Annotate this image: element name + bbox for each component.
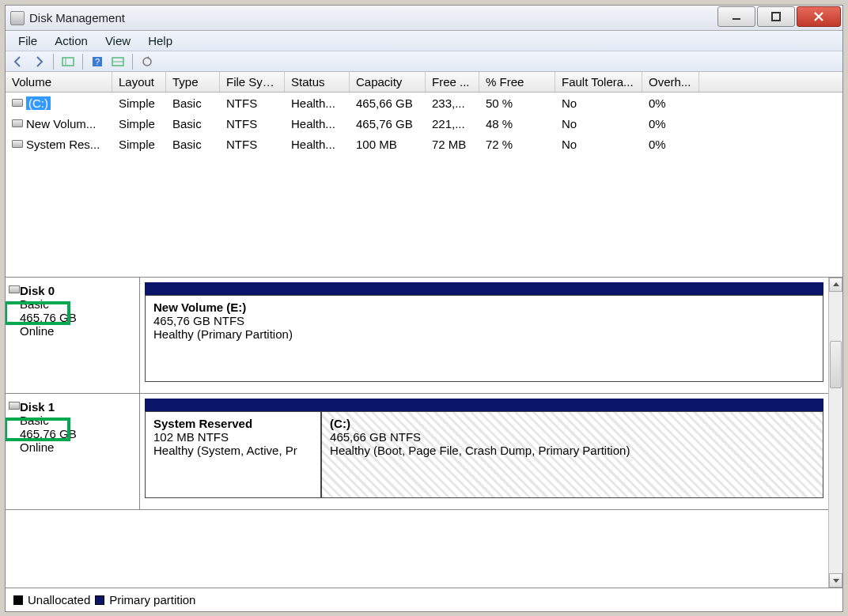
col-overhead[interactable]: Overh... <box>642 72 699 92</box>
col-layout[interactable]: Layout <box>112 72 166 92</box>
col-volume[interactable]: Volume <box>6 72 112 92</box>
cell-filesystem: NTFS <box>220 96 285 110</box>
cell-volume: System Res... <box>26 138 100 151</box>
disk-state: Online <box>20 440 131 454</box>
col-status[interactable]: Status <box>285 72 350 92</box>
scroll-thumb[interactable] <box>830 341 842 388</box>
title-bar: Disk Management <box>6 6 842 31</box>
refresh-icon[interactable] <box>139 54 155 70</box>
volume-table: Volume Layout Type File Sys... Status Ca… <box>6 72 842 278</box>
separator <box>53 54 54 70</box>
cell-filesystem: NTFS <box>220 138 285 151</box>
scroll-down-icon[interactable] <box>829 573 842 588</box>
cell-type: Basic <box>166 96 220 110</box>
partition-status: Healthy (Primary Partition) <box>153 327 815 341</box>
table-row[interactable]: System Res...SimpleBasicNTFSHealth...100… <box>6 134 842 154</box>
scrollbar[interactable] <box>828 278 842 588</box>
cell-overhead: 0% <box>642 96 699 110</box>
disk-icon <box>9 285 20 293</box>
disk-size: 465,76 GB <box>20 311 131 324</box>
cell-capacity: 100 MB <box>350 138 426 151</box>
cell-free: 233,... <box>426 96 479 110</box>
menu-bar: File Action View Help <box>6 31 842 51</box>
cell-overhead: 0% <box>642 117 699 130</box>
app-icon <box>10 11 25 25</box>
menu-help[interactable]: Help <box>140 32 180 49</box>
legend: Unallocated Primary partition <box>6 588 842 611</box>
col-type[interactable]: Type <box>166 72 220 92</box>
cell-free: 221,... <box>426 117 479 130</box>
partition-stripe <box>321 399 823 411</box>
settings-icon[interactable] <box>110 54 126 70</box>
partition-status: Healthy (Boot, Page File, Crash Dump, Pr… <box>330 444 815 457</box>
table-body: (C:)SimpleBasicNTFSHealth...465,66 GB233… <box>6 93 842 154</box>
svg-rect-4 <box>62 58 74 66</box>
legend-primary: Primary partition <box>109 593 195 607</box>
minimize-button[interactable] <box>717 6 755 27</box>
partition-size: 465,76 GB NTFS <box>153 314 815 327</box>
partition-title: System Reserved <box>153 417 312 430</box>
disk-name: Disk 0 <box>20 284 131 297</box>
help-icon[interactable]: ? <box>89 54 105 70</box>
partition-title: New Volume (E:) <box>153 300 815 314</box>
cell-percent-free: 48 % <box>479 117 555 130</box>
cell-layout: Simple <box>112 138 166 151</box>
cell-status: Health... <box>285 96 350 110</box>
partition-size: 465,66 GB NTFS <box>330 430 815 444</box>
disk-entry: Disk 0Basic465,76 GBOnlineNew Volume (E:… <box>6 278 828 394</box>
col-filesystem[interactable]: File Sys... <box>220 72 285 92</box>
disk-state: Online <box>20 324 131 338</box>
cell-fault: No <box>555 138 642 151</box>
table-row[interactable]: (C:)SimpleBasicNTFSHealth...465,66 GB233… <box>6 93 842 113</box>
col-free[interactable]: Free ... <box>426 72 479 92</box>
col-percent-free[interactable]: % Free <box>479 72 555 92</box>
partition-area: New Volume (E:)465,76 GB NTFSHealthy (Pr… <box>140 278 828 393</box>
col-fault-tolerance[interactable]: Fault Tolera... <box>555 72 642 92</box>
svg-rect-1 <box>772 13 780 21</box>
partition-box[interactable]: New Volume (E:)465,76 GB NTFSHealthy (Pr… <box>145 295 823 382</box>
cell-filesystem: NTFS <box>220 117 285 130</box>
partition-title: (C:) <box>330 417 815 430</box>
legend-unallocated: Unallocated <box>28 593 90 607</box>
svg-point-10 <box>143 58 151 66</box>
cell-free: 72 MB <box>426 138 479 151</box>
menu-file[interactable]: File <box>10 32 45 49</box>
disk-icon <box>9 402 20 410</box>
forward-icon[interactable] <box>31 54 47 70</box>
partition-box[interactable]: System Reserved102 MB NTFSHealthy (Syste… <box>145 411 321 498</box>
drive-icon <box>12 119 23 127</box>
disk-kind: Basic <box>20 414 131 427</box>
menu-view[interactable]: View <box>97 32 138 49</box>
close-button[interactable] <box>797 6 841 27</box>
disk-label[interactable]: Disk 1Basic465,76 GBOnline <box>6 394 140 509</box>
partition-size: 102 MB NTFS <box>153 430 312 444</box>
disk-entry: Disk 1Basic465,76 GBOnlineSystem Reserve… <box>6 394 828 510</box>
disk-label[interactable]: Disk 0Basic465,76 GBOnline <box>6 278 140 393</box>
app-window: Disk Management File Action View Help ? … <box>5 5 843 612</box>
scroll-up-icon[interactable] <box>829 278 842 292</box>
partition-area: System Reserved102 MB NTFSHealthy (Syste… <box>140 394 828 509</box>
cell-layout: Simple <box>112 96 166 110</box>
table-row[interactable]: New Volum...SimpleBasicNTFSHealth...465,… <box>6 113 842 134</box>
toolbar: ? <box>6 51 842 72</box>
col-capacity[interactable]: Capacity <box>350 72 426 92</box>
svg-text:?: ? <box>95 57 100 66</box>
separator <box>132 54 133 70</box>
cell-status: Health... <box>285 138 350 151</box>
cell-percent-free: 50 % <box>479 96 555 110</box>
cell-volume: (C:) <box>26 96 51 110</box>
cell-capacity: 465,76 GB <box>350 117 426 130</box>
cell-volume: New Volum... <box>26 117 96 130</box>
disk-list: Disk 0Basic465,76 GBOnlineNew Volume (E:… <box>6 278 828 588</box>
show-hide-icon[interactable] <box>60 54 76 70</box>
partition-status: Healthy (System, Active, Pr <box>153 444 312 457</box>
partition-box[interactable]: (C:)465,66 GB NTFSHealthy (Boot, Page Fi… <box>321 411 823 498</box>
disk-size: 465,76 GB <box>20 427 131 440</box>
cell-status: Health... <box>285 117 350 130</box>
cell-fault: No <box>555 117 642 130</box>
maximize-button[interactable] <box>757 6 795 27</box>
back-icon[interactable] <box>10 54 26 70</box>
table-header: Volume Layout Type File Sys... Status Ca… <box>6 72 842 93</box>
menu-action[interactable]: Action <box>47 32 96 49</box>
window-title: Disk Management <box>29 11 717 25</box>
